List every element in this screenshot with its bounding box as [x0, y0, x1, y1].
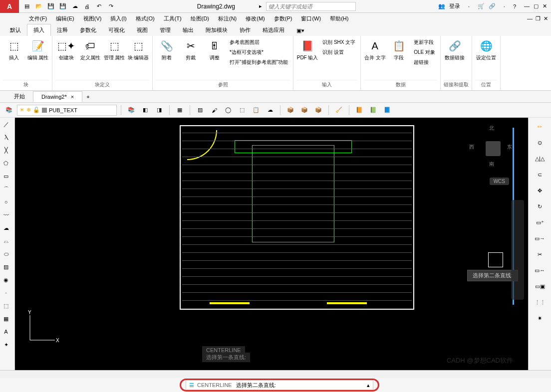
match-props-icon[interactable]: ▦ [174, 104, 186, 116]
minimize-button[interactable]: — [524, 3, 530, 9]
region-icon[interactable]: ⬚ [236, 104, 248, 116]
pencil-icon[interactable]: ✏ [531, 120, 549, 134]
data-link-button[interactable]: 🔗数据链接 [444, 38, 466, 61]
design-center-icon[interactable]: 📙 [353, 104, 365, 116]
ole-object-button[interactable]: OLE 对象 [412, 48, 437, 57]
ungroup-icon[interactable]: 📦 [298, 104, 310, 116]
create-block-button[interactable]: ⬚✦创建块 [55, 38, 77, 61]
ribbon-tab-output[interactable]: 输出 [177, 24, 200, 36]
set-location-button[interactable]: 🌐设定位置 [475, 38, 497, 61]
rotate-icon[interactable]: ↻ [531, 199, 549, 213]
share-icon[interactable]: 🔗 [489, 3, 496, 9]
saveas-icon[interactable]: 💾 [58, 1, 68, 11]
view-cube[interactable]: 北 南 西 东 [468, 124, 513, 169]
offset-icon[interactable]: ⊙ [531, 136, 549, 150]
group-edit-icon[interactable]: 📦 [312, 104, 324, 116]
circle-icon[interactable]: ○ [0, 196, 12, 208]
ribbon-tab-collab[interactable]: 协作 [234, 24, 257, 36]
explode-icon[interactable]: ✷ [531, 311, 549, 325]
drawing-canvas[interactable]: 选择第二条直线: 北 南 西 东 WCS X Y CENTERLINE 选择第一… [15, 118, 528, 370]
cut-icon[interactable]: ✂ [531, 247, 549, 261]
close-icon[interactable]: × [71, 94, 74, 100]
undo-icon[interactable]: ↶ [94, 1, 104, 11]
wcs-badge[interactable]: WCS [490, 178, 509, 185]
menu-param[interactable]: 参数(P) [270, 14, 296, 23]
underlay-layers-button[interactable]: 参考底图图层 [228, 38, 290, 47]
line-icon[interactable]: ／ [0, 118, 12, 131]
horizontal-scrollbar[interactable] [0, 370, 551, 378]
array-icon[interactable]: ⋮⋮ [531, 295, 549, 309]
palette-icon[interactable]: 📗 [367, 104, 379, 116]
define-attr-button[interactable]: 🏷定义属性 [79, 38, 101, 61]
scale-icon[interactable]: ▭▣ [531, 279, 549, 293]
cmdline-arrow-icon[interactable]: ▴ [367, 382, 370, 389]
field-button[interactable]: 📋字段 [388, 38, 410, 61]
command-line[interactable]: ☰ CENTERLINE 选择第二条直线: ▴ [186, 380, 373, 390]
menu-draw[interactable]: 绘图(D) [187, 14, 213, 23]
extend-icon[interactable]: ▭→ [531, 231, 549, 245]
layer-states-icon[interactable]: 📚 [125, 104, 137, 116]
props-icon[interactable]: 📘 [381, 104, 393, 116]
layer-iso-icon[interactable]: ◧ [139, 104, 151, 116]
new-icon[interactable]: ▤ [22, 1, 32, 11]
revcloud-icon[interactable]: ☁ [264, 104, 276, 116]
mirror-icon[interactable]: △|△ [531, 152, 549, 166]
doc-close-button[interactable]: ✕ [544, 15, 548, 22]
menu-modify[interactable]: 修改(M) [242, 14, 269, 23]
save-icon[interactable]: 💾 [46, 1, 56, 11]
rectangle-icon[interactable]: ▭ [0, 170, 12, 183]
menu-window[interactable]: 窗口(W) [297, 14, 325, 23]
spline-icon[interactable]: 〰 [0, 208, 12, 221]
menu-format[interactable]: 格式(O) [132, 14, 159, 23]
ribbon-expand-icon[interactable]: ▣▾ [290, 25, 310, 36]
edit-attributes-button[interactable]: 📝编辑 属性 [27, 38, 49, 61]
xline-icon[interactable]: ╳ [0, 144, 12, 157]
text-icon[interactable]: A [0, 325, 12, 338]
donut-icon[interactable]: ◉ [0, 273, 12, 286]
move-icon[interactable]: ✥ [531, 184, 549, 197]
cloud-icon[interactable]: ☁ [0, 221, 12, 234]
adjust-button[interactable]: 🎚调整 [204, 38, 226, 61]
menu-file[interactable]: 文件(F) [25, 14, 51, 23]
layer-props-icon[interactable]: 📚 [3, 104, 15, 116]
hatch-icon[interactable]: ▨ [194, 104, 206, 116]
ribbon-tab-featured[interactable]: 精选应用 [257, 24, 290, 36]
menu-edit[interactable]: 编辑(E) [52, 14, 78, 23]
ribbon-tab-parametric[interactable]: 参数化 [74, 24, 102, 36]
menu-insert[interactable]: 插入(I) [106, 14, 130, 23]
cleanup-icon[interactable]: 🧹 [333, 104, 345, 116]
clip-button[interactable]: ✂剪裁 [180, 38, 202, 61]
arc-icon[interactable]: ⌒ [0, 183, 12, 196]
trim-icon[interactable]: ▭⁺ [531, 215, 549, 229]
ribbon-tab-insert[interactable]: 插入 [27, 24, 51, 36]
ribbon-tab-manage[interactable]: 管理 [154, 24, 177, 36]
boundary-icon[interactable]: ◯ [222, 104, 234, 116]
ribbon-tab-visualize[interactable]: 可视化 [102, 24, 131, 36]
polyline-icon[interactable]: Ⲗ [0, 131, 12, 144]
open-icon[interactable]: 📂 [34, 1, 44, 11]
menu-view[interactable]: 视图(V) [79, 14, 106, 23]
redo-icon[interactable]: ↷ [106, 1, 116, 11]
login-button[interactable]: 登录 [449, 2, 460, 10]
polygon-icon[interactable]: ⬠ [0, 157, 12, 170]
stretch-icon[interactable]: ▭↔ [531, 263, 549, 277]
ribbon-tab-view[interactable]: 视图 [131, 24, 154, 36]
navigation-bar[interactable] [511, 200, 524, 300]
add-tab-button[interactable]: + [82, 92, 93, 102]
cloud-icon[interactable]: ☁ [70, 1, 80, 11]
insert-block-button[interactable]: ⬚插入 [3, 38, 25, 61]
layer-off-icon[interactable]: ◨ [153, 104, 165, 116]
recognize-settings-button[interactable]: 识别 设置 [320, 48, 357, 57]
ribbon-tab-default[interactable]: 默认 [4, 24, 27, 36]
doc-tab-start[interactable]: 开始 [6, 91, 33, 102]
app-logo[interactable]: A [0, 0, 19, 13]
menu-tools[interactable]: 工具(T) [160, 14, 186, 23]
update-field-button[interactable]: 更新字段 [412, 38, 437, 47]
shx-recognize-button[interactable]: 识别 SHX 文字 [320, 38, 357, 47]
search-input[interactable] [266, 2, 356, 11]
snap-underlay-button[interactable]: 打开"捕捉到参考底图"功能 [228, 58, 290, 67]
hyperlink-button[interactable]: 超链接 [412, 58, 437, 67]
group-icon[interactable]: 📦 [284, 104, 296, 116]
wipeout-icon[interactable]: 📋 [250, 104, 262, 116]
doc-minimize-button[interactable]: — [527, 15, 533, 22]
